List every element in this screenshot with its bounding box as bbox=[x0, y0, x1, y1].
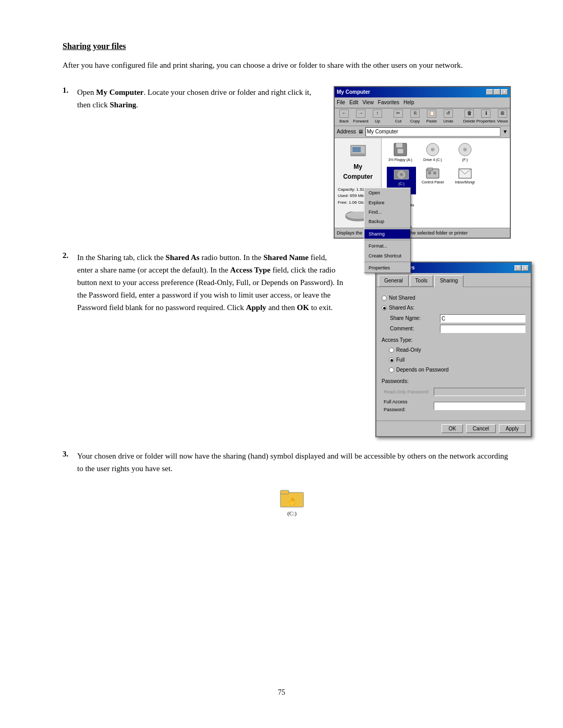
share-name-row: Share Name: bbox=[390, 314, 525, 323]
shared-as-radio[interactable] bbox=[382, 305, 387, 311]
ok-button[interactable]: OK bbox=[442, 424, 462, 433]
svg-rect-2 bbox=[352, 154, 364, 155]
full-radio[interactable] bbox=[389, 357, 394, 363]
statusbar: Displays the properties for sharing the … bbox=[335, 228, 510, 238]
cd-d-label: Drive 4 (C:) bbox=[423, 157, 442, 163]
win-toolbar: ← Back → Forward ↑ Up bbox=[335, 108, 510, 127]
drive-f[interactable]: (F:) bbox=[450, 142, 480, 163]
full-access-password-input[interactable] bbox=[434, 402, 525, 410]
menu-favorites[interactable]: Favorites bbox=[378, 98, 399, 107]
depends-label: Depends on Password bbox=[396, 366, 449, 374]
win-content-area: MyComputer Capacity: 1.92 Gb Used: 659 M… bbox=[335, 138, 510, 228]
ctx-find[interactable]: Find... bbox=[364, 207, 410, 217]
step-2-number: 2. bbox=[63, 251, 73, 260]
comment-label: Comment: bbox=[390, 325, 437, 333]
address-label: Address bbox=[337, 128, 356, 136]
step2-bold5: OK bbox=[297, 303, 309, 312]
properties-dialog: (C:) Properties ? × General Tools Sharin… bbox=[375, 262, 532, 437]
not-shared-radio[interactable] bbox=[382, 295, 387, 301]
share-name-input[interactable] bbox=[440, 314, 525, 323]
tab-sharing[interactable]: Sharing bbox=[434, 275, 463, 287]
step-2: 2. In the Sharing tab, click the Shared … bbox=[63, 251, 511, 437]
address-dropdown[interactable]: ▼ bbox=[503, 128, 508, 136]
ctx-properties[interactable]: Properties bbox=[364, 263, 410, 273]
inbox-folder[interactable]: Inbox/Msngr bbox=[450, 166, 480, 185]
maximize-button[interactable]: □ bbox=[494, 89, 500, 95]
mycomputer-window: My Computer _ □ × File Edit View bbox=[334, 86, 511, 239]
toolbar-delete[interactable]: 🗑 Delete bbox=[462, 109, 476, 125]
context-menu: Open Explore Find... Backup Sharing Form… bbox=[364, 188, 411, 273]
drive-f-label: (F:) bbox=[462, 157, 468, 163]
depends-radio[interactable] bbox=[389, 367, 394, 373]
menu-help[interactable]: Help bbox=[403, 98, 414, 107]
passwords-label: Passwords: bbox=[382, 377, 525, 386]
step-3-content: Your chosen drive or folder will now hav… bbox=[77, 450, 511, 475]
step-1: 1. Open My Computer. Locate your chosen … bbox=[63, 86, 511, 239]
read-only-label: Read-Only bbox=[396, 346, 421, 354]
control-panel-folder[interactable]: Control Panel bbox=[418, 166, 447, 185]
intro-text: After you have configured file and print… bbox=[63, 59, 511, 71]
cd-icon-d bbox=[425, 142, 440, 157]
toolbar-paste[interactable]: 📋 Paste bbox=[424, 109, 439, 125]
floppy-label: 3½ Floppy (A:) bbox=[388, 157, 412, 163]
cancel-button[interactable]: Cancel bbox=[466, 424, 496, 433]
ctx-sharing[interactable]: Sharing bbox=[364, 229, 410, 239]
ctx-shortcut[interactable]: Create Shortcut bbox=[364, 251, 410, 261]
close-button[interactable]: × bbox=[501, 89, 508, 95]
drive-f-icon bbox=[458, 142, 472, 157]
step2-bold2: Shared Name bbox=[263, 253, 309, 262]
floppy-icon bbox=[393, 142, 408, 157]
properties-screenshot: (C:) Properties ? × General Tools Sharin… bbox=[354, 251, 511, 437]
inbox-label: Inbox/Msngr bbox=[455, 179, 475, 185]
toolbar-cut[interactable]: ✂ Cut bbox=[391, 109, 406, 125]
comment-input[interactable] bbox=[440, 325, 525, 333]
win-addressbar: Address 🖥 My Computer ▼ bbox=[335, 126, 510, 138]
depends-row: Depends on Password bbox=[389, 366, 525, 374]
toolbar-views[interactable]: ⊞ Views bbox=[495, 109, 510, 125]
toolbar-forward[interactable]: → Forward bbox=[353, 109, 368, 125]
read-only-row: Read-Only bbox=[389, 346, 525, 354]
cd-drive-d[interactable]: Drive 4 (C:) bbox=[418, 142, 447, 163]
ctx-backup[interactable]: Backup bbox=[364, 217, 410, 226]
properties-tabs: General Tools Sharing bbox=[376, 273, 531, 287]
read-only-radio[interactable] bbox=[389, 348, 394, 353]
full-label: Full bbox=[396, 356, 405, 364]
not-shared-label: Not Shared bbox=[389, 294, 415, 302]
svg-point-26 bbox=[400, 174, 402, 176]
tab-general[interactable]: General bbox=[378, 275, 409, 287]
toolbar-properties[interactable]: ℹ Properties bbox=[479, 109, 493, 125]
ctx-sep2 bbox=[364, 240, 410, 240]
mycomputer-title: My Computer bbox=[337, 88, 370, 96]
toolbar-back[interactable]: ← Back bbox=[337, 109, 351, 125]
ctx-explore[interactable]: Explore bbox=[364, 198, 410, 207]
properties-titlebar-btns: ? × bbox=[515, 265, 529, 271]
left-panel-title: MyComputer bbox=[343, 162, 373, 182]
shared-folder-display: 🤚 (C:) bbox=[73, 487, 511, 516]
properties-help-btn[interactable]: ? bbox=[515, 265, 521, 271]
floppy-drive[interactable]: 3½ Floppy (A:) bbox=[386, 142, 415, 163]
not-shared-row: Not Shared bbox=[382, 294, 525, 302]
toolbar-copy[interactable]: ⎘ Copy bbox=[408, 109, 422, 125]
toolbar-undo[interactable]: ↺ Undo bbox=[441, 109, 456, 125]
step-1-number: 1. bbox=[63, 86, 73, 95]
ctx-open[interactable]: Open bbox=[364, 188, 410, 198]
titlebar-buttons: _ □ × bbox=[486, 89, 508, 95]
menu-edit[interactable]: Edit bbox=[349, 98, 358, 107]
toolbar-up[interactable]: ↑ Up bbox=[370, 109, 385, 125]
apply-button[interactable]: Apply bbox=[499, 424, 525, 433]
properties-close-btn[interactable]: × bbox=[522, 265, 529, 271]
shared-folder-label: (C:) bbox=[287, 510, 297, 516]
minimize-button[interactable]: _ bbox=[486, 89, 493, 95]
menu-view[interactable]: View bbox=[362, 98, 374, 107]
full-access-password-row: Full Access Password: bbox=[384, 398, 525, 413]
access-type-options: Read-Only Full Depends on Password bbox=[389, 346, 525, 374]
readonly-password-input bbox=[434, 388, 525, 396]
full-access-password-label: Full Access Password: bbox=[384, 398, 431, 413]
step-2-content: In the Sharing tab, click the Shared As … bbox=[77, 251, 511, 437]
ctx-format[interactable]: Format... bbox=[364, 241, 410, 251]
address-value[interactable]: My Computer bbox=[365, 127, 500, 137]
menu-file[interactable]: File bbox=[337, 98, 345, 107]
tab-tools[interactable]: Tools bbox=[410, 275, 433, 287]
svg-rect-1 bbox=[352, 147, 361, 152]
mycomputer-screenshot: My Computer _ □ × File Edit View bbox=[334, 86, 511, 239]
